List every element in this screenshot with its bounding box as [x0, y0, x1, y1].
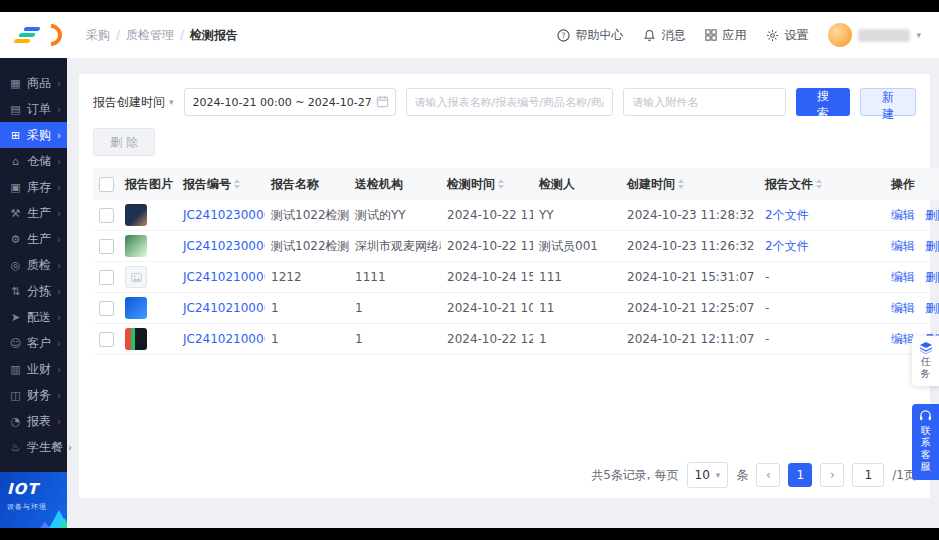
- report-thumbnail[interactable]: [125, 297, 147, 319]
- row-checkbox[interactable]: [99, 208, 114, 223]
- column-header[interactable]: 报告编号: [177, 168, 265, 200]
- edit-link[interactable]: 编辑: [891, 208, 915, 222]
- task-tab-label: 任务: [920, 356, 932, 380]
- messages-button[interactable]: 消息: [643, 27, 685, 44]
- grid-icon: [705, 29, 717, 41]
- breadcrumb-item[interactable]: 采购: [86, 27, 110, 44]
- next-page-button[interactable]: ›: [820, 463, 844, 487]
- prev-page-button[interactable]: ‹: [756, 463, 780, 487]
- chevron-right-icon: ›: [57, 364, 61, 375]
- attachment-search-input[interactable]: [623, 88, 786, 116]
- breadcrumb-separator: /: [180, 28, 184, 42]
- user-account[interactable]: ▾: [828, 23, 921, 47]
- truck-icon: ➤: [9, 311, 22, 324]
- sidebar-item-reports[interactable]: ◔报表›: [0, 408, 67, 434]
- table-row: JC24102100005 1212 1111 2024-10-24 15:30…: [93, 262, 939, 293]
- sidebar-item-delivery[interactable]: ➤配送›: [0, 304, 67, 330]
- edit-link[interactable]: 编辑: [891, 301, 915, 315]
- date-range-input[interactable]: [184, 88, 396, 116]
- row-checkbox[interactable]: [99, 301, 114, 316]
- settings-button[interactable]: 设置: [766, 27, 808, 44]
- breadcrumb-item[interactable]: 质检管理: [126, 27, 174, 44]
- sidebar-item-quality[interactable]: ◎质检›: [0, 252, 67, 278]
- warehouse-icon: ⌂: [9, 155, 22, 168]
- service-tab-label: 联系客服: [920, 425, 932, 473]
- keyword-search-input[interactable]: [406, 88, 614, 116]
- sidebar-item-production-1[interactable]: ⚒生产›: [0, 200, 67, 226]
- edit-link[interactable]: 编辑: [891, 270, 915, 284]
- delete-link[interactable]: 删除: [925, 208, 939, 222]
- report-thumbnail-placeholder[interactable]: [125, 266, 147, 288]
- task-panel-tab[interactable]: 任务: [912, 336, 939, 386]
- sort-icon[interactable]: [816, 179, 822, 189]
- edit-link[interactable]: 编辑: [891, 239, 915, 253]
- avatar: [828, 23, 852, 47]
- created-time: 2024-10-21 12:11:07: [621, 324, 759, 355]
- page-size-select[interactable]: 10 ▾: [687, 462, 729, 488]
- created-time: 2024-10-21 15:31:07: [621, 262, 759, 293]
- report-no-link[interactable]: JC24102300006: [183, 208, 265, 222]
- report-files-link[interactable]: 2个文件: [765, 239, 809, 253]
- svg-text:?: ?: [562, 31, 566, 40]
- report-thumbnail[interactable]: [125, 204, 147, 226]
- report-name: 测试1022检测报告: [265, 231, 349, 262]
- row-checkbox[interactable]: [99, 270, 114, 285]
- sidebar-item-goods[interactable]: ▦商品›: [0, 70, 67, 96]
- chevron-down-icon: ▾: [916, 30, 921, 40]
- created-time: 2024-10-21 12:25:07: [621, 293, 759, 324]
- search-button[interactable]: 搜索: [796, 88, 850, 116]
- company-logo[interactable]: [0, 12, 78, 58]
- test-time: 2024-10-22 12:10:00: [441, 324, 533, 355]
- page-number-button[interactable]: 1: [788, 463, 812, 487]
- delete-link[interactable]: 删除: [925, 239, 939, 253]
- sidebar-item-customers[interactable]: ☺客户›: [0, 330, 67, 356]
- sidebar-item-finance[interactable]: ◫财务›: [0, 382, 67, 408]
- report-thumbnail[interactable]: [125, 235, 147, 257]
- inspection-org: 测试的YY: [349, 200, 441, 231]
- chevron-right-icon: ›: [68, 442, 72, 453]
- breadcrumb-separator: /: [116, 28, 120, 42]
- report-name: 1: [265, 293, 349, 324]
- sidebar-item-production-2[interactable]: ⚙生产›: [0, 226, 67, 252]
- report-no-link[interactable]: JC24102100003: [183, 301, 265, 315]
- chevron-right-icon: ›: [57, 338, 61, 349]
- column-header[interactable]: 创建时间: [621, 168, 759, 200]
- sidebar-item-orders[interactable]: ▤订单›: [0, 96, 67, 122]
- headset-icon: [919, 410, 932, 422]
- column-header[interactable]: 报告文件: [759, 168, 885, 200]
- date-type-select[interactable]: 报告创建时间 ▾: [93, 94, 174, 111]
- bulk-delete-button[interactable]: 删除: [93, 128, 155, 156]
- apps-button[interactable]: 应用: [705, 27, 746, 44]
- report-files-link[interactable]: 2个文件: [765, 208, 809, 222]
- sidebar-item-inventory[interactable]: ▣库存›: [0, 174, 67, 200]
- report-thumbnail[interactable]: [125, 328, 147, 350]
- sidebar-item-student-meal[interactable]: ♨学生餐›: [0, 434, 67, 460]
- new-button[interactable]: 新建: [860, 88, 916, 116]
- sort-icon[interactable]: [498, 179, 504, 189]
- row-checkbox[interactable]: [99, 332, 114, 347]
- report-no-link[interactable]: JC24102300005: [183, 239, 265, 253]
- customer-service-tab[interactable]: 联系客服: [912, 404, 939, 480]
- select-all-checkbox[interactable]: [99, 177, 114, 192]
- row-checkbox[interactable]: [99, 239, 114, 254]
- page-jump-input[interactable]: [852, 463, 884, 487]
- created-time: 2024-10-23 11:26:32: [621, 231, 759, 262]
- chevron-right-icon: ›: [57, 130, 61, 141]
- sidebar-item-warehouse[interactable]: ⌂仓储›: [0, 148, 67, 174]
- sidebar-item-sorting[interactable]: ⇅分拣›: [0, 278, 67, 304]
- sort-icon[interactable]: [234, 179, 240, 189]
- table-row: JC24102100001 1 1 2024-10-22 12:10:00 1 …: [93, 324, 939, 355]
- delete-link[interactable]: 删除: [925, 270, 939, 284]
- logo-orange-icon: [35, 19, 66, 50]
- report-no-link[interactable]: JC24102100001: [183, 332, 265, 346]
- iot-logo-block[interactable]: IOT 设备与环境: [0, 472, 67, 528]
- report-name: 1212: [265, 262, 349, 293]
- sort-icon[interactable]: [678, 179, 684, 189]
- sidebar-item-procurement[interactable]: ⊞采购›: [0, 122, 67, 148]
- report-no-link[interactable]: JC24102100005: [183, 270, 265, 284]
- table-header-row: 报告图片 报告编号 报告名称 送检机构 检测时间 检测人 创建时间 报告文件 操…: [93, 168, 939, 200]
- delete-link[interactable]: 删除: [925, 301, 939, 315]
- sidebar-item-business-finance[interactable]: ▥业财›: [0, 356, 67, 382]
- column-header[interactable]: 检测时间: [441, 168, 533, 200]
- help-center-button[interactable]: ? 帮助中心: [557, 27, 623, 44]
